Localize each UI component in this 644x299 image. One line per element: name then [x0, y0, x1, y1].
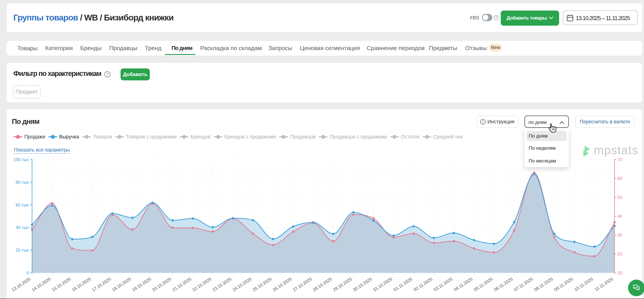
- svg-text:11.11.2025: 11.11.2025: [594, 276, 614, 292]
- svg-text:21.10.2025: 21.10.2025: [171, 276, 192, 292]
- svg-text:10.11.2025: 10.11.2025: [573, 276, 594, 292]
- svg-text:28.10.2025: 28.10.2025: [312, 276, 333, 292]
- svg-text:06.11.2025: 06.11.2025: [493, 276, 514, 292]
- svg-text:30: 30: [617, 233, 622, 238]
- svg-text:80 тыс: 80 тыс: [16, 180, 29, 185]
- svg-text:01.11.2025: 01.11.2025: [392, 276, 413, 292]
- svg-text:05.11.2025: 05.11.2025: [473, 276, 494, 292]
- svg-text:18.10.2025: 18.10.2025: [111, 276, 132, 292]
- svg-text:16.10.2025: 16.10.2025: [71, 276, 92, 292]
- svg-text:100 тыс: 100 тыс: [13, 157, 29, 162]
- svg-text:26.10.2025: 26.10.2025: [272, 276, 292, 292]
- svg-text:20: 20: [617, 252, 622, 256]
- svg-text:30.10.2025: 30.10.2025: [352, 276, 373, 292]
- svg-text:29.10.2025: 29.10.2025: [332, 276, 353, 292]
- svg-text:02.11.2025: 02.11.2025: [412, 276, 433, 292]
- svg-text:15.10.2025: 15.10.2025: [51, 276, 72, 292]
- svg-text:40 тыс: 40 тыс: [16, 225, 29, 230]
- svg-text:50: 50: [617, 195, 622, 200]
- svg-text:08.11.2025: 08.11.2025: [533, 276, 554, 292]
- svg-text:20 тыс: 20 тыс: [16, 248, 29, 252]
- svg-text:40: 40: [617, 214, 622, 218]
- svg-text:22.10.2025: 22.10.2025: [192, 276, 212, 292]
- svg-text:24.10.2025: 24.10.2025: [232, 276, 252, 292]
- svg-text:17.10.2025: 17.10.2025: [91, 276, 112, 292]
- svg-text:19.10.2025: 19.10.2025: [131, 276, 152, 292]
- svg-text:04.11.2025: 04.11.2025: [453, 276, 474, 292]
- svg-text:70: 70: [617, 157, 622, 162]
- svg-text:10: 10: [617, 270, 622, 275]
- svg-text:07.11.2025: 07.11.2025: [513, 276, 534, 292]
- svg-text:60: 60: [617, 176, 622, 181]
- svg-text:13.10.2025: 13.10.2025: [11, 276, 32, 292]
- svg-text:14.10.2025: 14.10.2025: [31, 276, 52, 292]
- svg-text:09.11.2025: 09.11.2025: [553, 276, 574, 292]
- svg-text:31.10.2025: 31.10.2025: [372, 276, 393, 292]
- svg-text:0: 0: [26, 270, 29, 275]
- svg-text:25.10.2025: 25.10.2025: [252, 276, 272, 292]
- svg-text:23.10.2025: 23.10.2025: [212, 276, 232, 292]
- svg-text:20.10.2025: 20.10.2025: [151, 276, 172, 292]
- svg-text:60 тыс: 60 тыс: [16, 202, 29, 207]
- svg-text:27.10.2025: 27.10.2025: [292, 276, 313, 292]
- svg-text:03.11.2025: 03.11.2025: [433, 276, 453, 292]
